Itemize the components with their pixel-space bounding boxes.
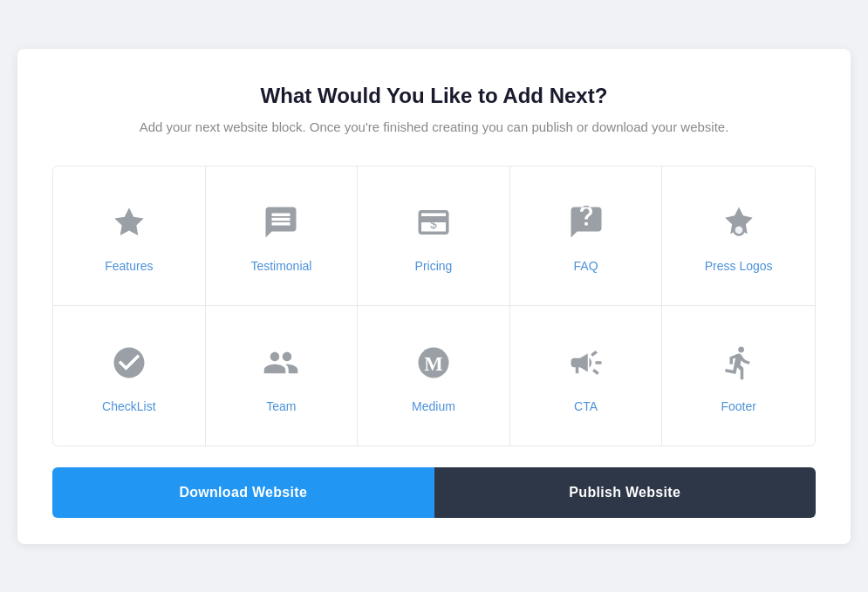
grid-item-checklist[interactable]: CheckList: [53, 306, 206, 446]
page-subtitle: Add your next website block. Once you're…: [52, 117, 816, 138]
chat-icon: [256, 198, 305, 247]
grid-item-testimonial[interactable]: Testimonial: [206, 167, 359, 306]
grid-item-press-logos[interactable]: Press Logos: [662, 167, 815, 306]
page-title: What Would You Like to Add Next?: [52, 84, 816, 108]
medium-icon: M: [409, 338, 458, 387]
testimonial-label: Testimonial: [250, 259, 311, 273]
grid-item-medium[interactable]: M Medium: [358, 306, 510, 446]
dollar-icon: $: [409, 198, 458, 247]
star-icon: [105, 198, 154, 247]
svg-point-2: [735, 226, 742, 234]
question-icon: [562, 198, 611, 247]
megaphone-icon: [562, 338, 611, 387]
footprints-icon: [714, 338, 763, 387]
grid-item-footer[interactable]: Footer: [662, 306, 815, 446]
footer-label: Footer: [721, 399, 755, 413]
grid-item-features[interactable]: Features: [53, 167, 206, 306]
medium-label: Medium: [412, 399, 455, 413]
faq-label: FAQ: [574, 259, 598, 273]
grid-item-cta[interactable]: CTA: [510, 306, 663, 446]
pricing-label: Pricing: [415, 259, 453, 273]
press-logos-label: Press Logos: [705, 259, 773, 273]
features-label: Features: [105, 259, 153, 273]
medal-icon: [714, 198, 763, 247]
main-card: What Would You Like to Add Next? Add you…: [17, 49, 851, 544]
team-label: Team: [266, 399, 296, 413]
check-circle-icon: [105, 338, 154, 387]
action-buttons: Download Website Publish Website: [52, 467, 816, 518]
cta-label: CTA: [574, 399, 598, 413]
download-website-button[interactable]: Download Website: [52, 467, 434, 518]
grid-item-team[interactable]: Team: [206, 306, 359, 446]
checklist-label: CheckList: [102, 399, 155, 413]
svg-text:M: M: [424, 352, 442, 374]
grid-item-faq[interactable]: FAQ: [510, 167, 663, 306]
block-grid: Features Testimonial $: [52, 166, 816, 446]
svg-text:$: $: [430, 217, 437, 231]
people-icon: [256, 338, 305, 387]
publish-website-button[interactable]: Publish Website: [434, 467, 817, 518]
page-background: What Would You Like to Add Next? Add you…: [0, 0, 868, 592]
grid-item-pricing[interactable]: $ Pricing: [358, 167, 510, 306]
header-section: What Would You Like to Add Next? Add you…: [52, 84, 816, 138]
